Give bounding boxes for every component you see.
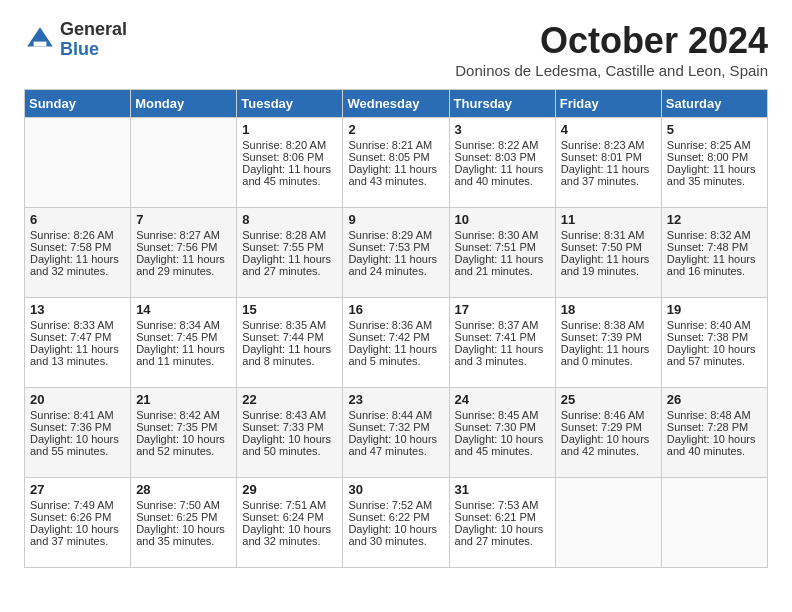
sunrise-text: Sunrise: 8:31 AM — [561, 229, 656, 241]
sunrise-text: Sunrise: 8:38 AM — [561, 319, 656, 331]
day-number: 15 — [242, 302, 337, 317]
calendar-week-row: 6Sunrise: 8:26 AMSunset: 7:58 PMDaylight… — [25, 208, 768, 298]
day-number: 12 — [667, 212, 762, 227]
calendar-day-cell: 17Sunrise: 8:37 AMSunset: 7:41 PMDayligh… — [449, 298, 555, 388]
calendar-day-cell: 30Sunrise: 7:52 AMSunset: 6:22 PMDayligh… — [343, 478, 449, 568]
sunset-text: Sunset: 7:47 PM — [30, 331, 125, 343]
day-number: 18 — [561, 302, 656, 317]
daylight-text: Daylight: 11 hours and 29 minutes. — [136, 253, 231, 277]
calendar-day-cell: 16Sunrise: 8:36 AMSunset: 7:42 PMDayligh… — [343, 298, 449, 388]
calendar-day-cell: 20Sunrise: 8:41 AMSunset: 7:36 PMDayligh… — [25, 388, 131, 478]
calendar-day-cell: 12Sunrise: 8:32 AMSunset: 7:48 PMDayligh… — [661, 208, 767, 298]
calendar-header-friday: Friday — [555, 90, 661, 118]
sunrise-text: Sunrise: 8:48 AM — [667, 409, 762, 421]
daylight-text: Daylight: 11 hours and 35 minutes. — [667, 163, 762, 187]
daylight-text: Daylight: 10 hours and 47 minutes. — [348, 433, 443, 457]
sunset-text: Sunset: 7:35 PM — [136, 421, 231, 433]
sunset-text: Sunset: 6:21 PM — [455, 511, 550, 523]
daylight-text: Daylight: 11 hours and 13 minutes. — [30, 343, 125, 367]
day-number: 26 — [667, 392, 762, 407]
logo: General Blue — [24, 20, 127, 60]
calendar-day-cell: 23Sunrise: 8:44 AMSunset: 7:32 PMDayligh… — [343, 388, 449, 478]
sunrise-text: Sunrise: 7:52 AM — [348, 499, 443, 511]
day-number: 2 — [348, 122, 443, 137]
calendar-day-cell: 7Sunrise: 8:27 AMSunset: 7:56 PMDaylight… — [131, 208, 237, 298]
sunrise-text: Sunrise: 8:45 AM — [455, 409, 550, 421]
sunset-text: Sunset: 7:58 PM — [30, 241, 125, 253]
sunrise-text: Sunrise: 8:35 AM — [242, 319, 337, 331]
calendar-day-cell: 5Sunrise: 8:25 AMSunset: 8:00 PMDaylight… — [661, 118, 767, 208]
day-number: 31 — [455, 482, 550, 497]
day-number: 13 — [30, 302, 125, 317]
calendar-day-cell: 24Sunrise: 8:45 AMSunset: 7:30 PMDayligh… — [449, 388, 555, 478]
sunset-text: Sunset: 7:30 PM — [455, 421, 550, 433]
daylight-text: Daylight: 11 hours and 19 minutes. — [561, 253, 656, 277]
daylight-text: Daylight: 10 hours and 57 minutes. — [667, 343, 762, 367]
sunrise-text: Sunrise: 8:43 AM — [242, 409, 337, 421]
daylight-text: Daylight: 10 hours and 37 minutes. — [30, 523, 125, 547]
day-number: 6 — [30, 212, 125, 227]
calendar-header-saturday: Saturday — [661, 90, 767, 118]
sunrise-text: Sunrise: 8:42 AM — [136, 409, 231, 421]
calendar-day-cell: 1Sunrise: 8:20 AMSunset: 8:06 PMDaylight… — [237, 118, 343, 208]
sunrise-text: Sunrise: 8:20 AM — [242, 139, 337, 151]
calendar-day-cell: 10Sunrise: 8:30 AMSunset: 7:51 PMDayligh… — [449, 208, 555, 298]
sunset-text: Sunset: 6:26 PM — [30, 511, 125, 523]
calendar-day-cell: 6Sunrise: 8:26 AMSunset: 7:58 PMDaylight… — [25, 208, 131, 298]
day-number: 5 — [667, 122, 762, 137]
location-subtitle: Doninos de Ledesma, Castille and Leon, S… — [455, 62, 768, 79]
sunset-text: Sunset: 7:44 PM — [242, 331, 337, 343]
sunrise-text: Sunrise: 8:36 AM — [348, 319, 443, 331]
calendar-day-cell — [131, 118, 237, 208]
sunset-text: Sunset: 8:01 PM — [561, 151, 656, 163]
sunrise-text: Sunrise: 8:29 AM — [348, 229, 443, 241]
day-number: 20 — [30, 392, 125, 407]
daylight-text: Daylight: 11 hours and 45 minutes. — [242, 163, 337, 187]
day-number: 21 — [136, 392, 231, 407]
sunrise-text: Sunrise: 8:34 AM — [136, 319, 231, 331]
sunrise-text: Sunrise: 8:44 AM — [348, 409, 443, 421]
sunset-text: Sunset: 7:45 PM — [136, 331, 231, 343]
day-number: 22 — [242, 392, 337, 407]
calendar-week-row: 1Sunrise: 8:20 AMSunset: 8:06 PMDaylight… — [25, 118, 768, 208]
sunset-text: Sunset: 8:00 PM — [667, 151, 762, 163]
sunrise-text: Sunrise: 8:30 AM — [455, 229, 550, 241]
daylight-text: Daylight: 11 hours and 5 minutes. — [348, 343, 443, 367]
daylight-text: Daylight: 11 hours and 32 minutes. — [30, 253, 125, 277]
logo-icon — [24, 24, 56, 56]
sunset-text: Sunset: 6:24 PM — [242, 511, 337, 523]
page-header: General Blue October 2024 Doninos de Led… — [24, 20, 768, 79]
calendar-day-cell: 25Sunrise: 8:46 AMSunset: 7:29 PMDayligh… — [555, 388, 661, 478]
day-number: 8 — [242, 212, 337, 227]
day-number: 9 — [348, 212, 443, 227]
calendar-day-cell: 19Sunrise: 8:40 AMSunset: 7:38 PMDayligh… — [661, 298, 767, 388]
sunrise-text: Sunrise: 7:49 AM — [30, 499, 125, 511]
daylight-text: Daylight: 11 hours and 24 minutes. — [348, 253, 443, 277]
calendar-day-cell: 14Sunrise: 8:34 AMSunset: 7:45 PMDayligh… — [131, 298, 237, 388]
sunset-text: Sunset: 6:25 PM — [136, 511, 231, 523]
daylight-text: Daylight: 11 hours and 37 minutes. — [561, 163, 656, 187]
daylight-text: Daylight: 10 hours and 52 minutes. — [136, 433, 231, 457]
svg-rect-1 — [34, 41, 47, 46]
day-number: 24 — [455, 392, 550, 407]
calendar-day-cell: 11Sunrise: 8:31 AMSunset: 7:50 PMDayligh… — [555, 208, 661, 298]
sunset-text: Sunset: 7:51 PM — [455, 241, 550, 253]
sunrise-text: Sunrise: 8:33 AM — [30, 319, 125, 331]
calendar-header-wednesday: Wednesday — [343, 90, 449, 118]
calendar-day-cell: 18Sunrise: 8:38 AMSunset: 7:39 PMDayligh… — [555, 298, 661, 388]
sunset-text: Sunset: 7:32 PM — [348, 421, 443, 433]
daylight-text: Daylight: 11 hours and 11 minutes. — [136, 343, 231, 367]
sunset-text: Sunset: 7:50 PM — [561, 241, 656, 253]
sunset-text: Sunset: 7:55 PM — [242, 241, 337, 253]
logo-text: General Blue — [60, 20, 127, 60]
sunset-text: Sunset: 7:56 PM — [136, 241, 231, 253]
day-number: 14 — [136, 302, 231, 317]
sunrise-text: Sunrise: 8:21 AM — [348, 139, 443, 151]
daylight-text: Daylight: 10 hours and 27 minutes. — [455, 523, 550, 547]
daylight-text: Daylight: 10 hours and 32 minutes. — [242, 523, 337, 547]
sunset-text: Sunset: 7:33 PM — [242, 421, 337, 433]
sunrise-text: Sunrise: 8:26 AM — [30, 229, 125, 241]
calendar-week-row: 27Sunrise: 7:49 AMSunset: 6:26 PMDayligh… — [25, 478, 768, 568]
sunset-text: Sunset: 7:42 PM — [348, 331, 443, 343]
day-number: 4 — [561, 122, 656, 137]
